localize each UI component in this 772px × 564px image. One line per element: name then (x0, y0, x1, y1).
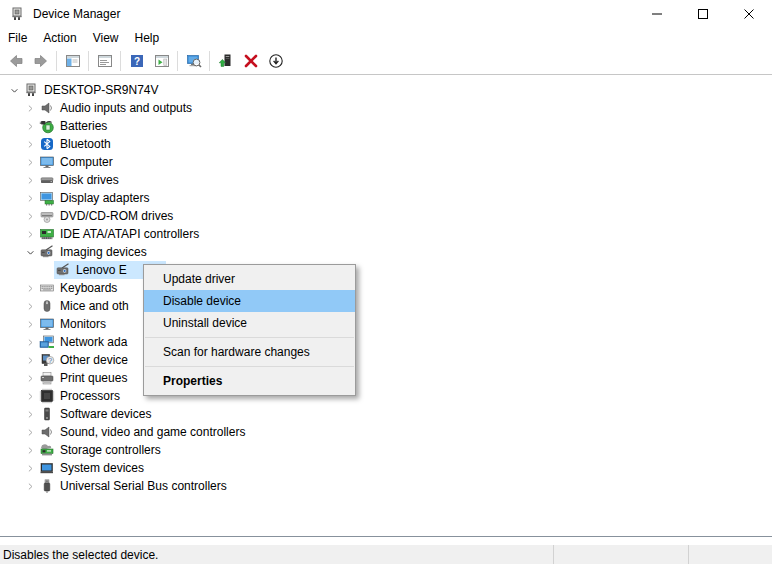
scan-hardware-button[interactable] (181, 49, 206, 73)
chevron-right-icon[interactable] (22, 154, 38, 170)
tree-row-content[interactable]: ?Other device (38, 351, 131, 369)
tree-row-content[interactable]: DESKTOP-SR9N74V (22, 81, 162, 99)
tree-label: IDE ATA/ATAPI controllers (60, 227, 199, 241)
tree-item-processors[interactable]: Processors (0, 387, 772, 405)
tree-item-batteries[interactable]: Batteries (0, 117, 772, 135)
chevron-right-icon[interactable] (22, 424, 38, 440)
tree-label: DESKTOP-SR9N74V (44, 83, 159, 97)
tree-item-disk-drives[interactable]: Disk drives (0, 171, 772, 189)
update-driver-button[interactable] (213, 49, 238, 73)
tree-item-sound-video-and-game-controllers[interactable]: Sound, video and game controllers (0, 423, 772, 441)
tree-item-network-ada[interactable]: Network ada (0, 333, 772, 351)
minimize-button[interactable] (634, 0, 680, 28)
context-menu-item-uninstall-device[interactable]: Uninstall device (144, 312, 355, 334)
tree-row-content[interactable]: Processors (38, 387, 123, 405)
tree-row-content[interactable]: Audio inputs and outputs (38, 99, 195, 117)
chevron-right-icon[interactable] (22, 136, 38, 152)
console-tree-button[interactable] (60, 49, 85, 73)
tree-item-dvd-cd-rom-drives[interactable]: DVD/CD-ROM drives (0, 207, 772, 225)
window-controls (634, 0, 772, 28)
help-button[interactable]: ? (124, 49, 149, 73)
tree-item-ide-ata-atapi-controllers[interactable]: IDE ATA/ATAPI controllers (0, 225, 772, 243)
tree-row-content[interactable]: Software devices (38, 405, 154, 423)
tree-row-content[interactable]: System devices (38, 459, 147, 477)
chevron-right-icon[interactable] (22, 478, 38, 494)
tree-item-audio-inputs-and-outputs[interactable]: Audio inputs and outputs (0, 99, 772, 117)
chevron-right-icon[interactable] (22, 442, 38, 458)
status-text: Disables the selected device. (3, 548, 158, 562)
chevron-right-icon[interactable] (22, 208, 38, 224)
tree-item-keyboards[interactable]: Keyboards (0, 279, 772, 297)
forward-arrow-button[interactable] (28, 49, 53, 73)
tree-label: Imaging devices (60, 245, 147, 259)
tree-row-content[interactable]: DVD/CD-ROM drives (38, 207, 176, 225)
tree-item-universal-serial-bus-controllers[interactable]: Universal Serial Bus controllers (0, 477, 772, 495)
tree-item-storage-controllers[interactable]: Storage controllers (0, 441, 772, 459)
chevron-right-icon[interactable] (22, 406, 38, 422)
tree-row-content[interactable]: Mice and oth (38, 297, 132, 315)
tree-item-display-adapters[interactable]: Display adapters (0, 189, 772, 207)
tree-item-bluetooth[interactable]: Bluetooth (0, 135, 772, 153)
tree-item-mice-and-oth[interactable]: Mice and oth (0, 297, 772, 315)
tree-row-content[interactable]: Network ada (38, 333, 130, 351)
toolbar-separator (88, 51, 89, 71)
chevron-right-icon[interactable] (22, 100, 38, 116)
menu-action[interactable]: Action (35, 29, 84, 48)
imaging-device-icon (39, 244, 55, 260)
context-menu-item-properties[interactable]: Properties (144, 370, 355, 392)
tree-item-computer[interactable]: Computer (0, 153, 772, 171)
chevron-right-icon[interactable] (22, 334, 38, 350)
tree-row-content[interactable]: Keyboards (38, 279, 120, 297)
chevron-right-icon[interactable] (22, 460, 38, 476)
context-menu-item-update-driver[interactable]: Update driver (144, 268, 355, 290)
tree-row-content[interactable]: Computer (38, 153, 116, 171)
menu-view[interactable]: View (85, 29, 127, 48)
chevron-right-icon[interactable] (22, 352, 38, 368)
properties-button[interactable] (92, 49, 117, 73)
chevron-right-icon[interactable] (22, 172, 38, 188)
context-menu-item-scan-for-hardware-changes[interactable]: Scan for hardware changes (144, 341, 355, 363)
disable-button[interactable] (263, 49, 288, 73)
chevron-right-icon[interactable] (22, 190, 38, 206)
tree-item-monitors[interactable]: Monitors (0, 315, 772, 333)
maximize-button[interactable] (680, 0, 726, 28)
chevron-right-icon[interactable] (22, 280, 38, 296)
tree-item-print-queues[interactable]: Print queues (0, 369, 772, 387)
tree-item-system-devices[interactable]: System devices (0, 459, 772, 477)
tree-row-content[interactable]: IDE ATA/ATAPI controllers (38, 225, 202, 243)
tree-row-content[interactable]: Disk drives (38, 171, 122, 189)
tree-row-content[interactable]: Display adapters (38, 189, 152, 207)
tree-item-desktop-sr9n74v[interactable]: DESKTOP-SR9N74V (0, 81, 772, 99)
chevron-right-icon[interactable] (22, 298, 38, 314)
context-menu-item-disable-device[interactable]: Disable device (144, 290, 355, 312)
tree-row-content[interactable]: Imaging devices (38, 243, 150, 261)
back-arrow-button[interactable] (3, 49, 28, 73)
battery-icon (39, 118, 55, 134)
tree-item-imaging-devices[interactable]: Imaging devices (0, 243, 772, 261)
chevron-down-icon[interactable] (6, 82, 22, 98)
action-pane-button[interactable] (149, 49, 174, 73)
tree-item-lenovo-e[interactable]: Lenovo E (0, 261, 772, 279)
scan-hardware-icon (186, 53, 202, 69)
tree-item-software-devices[interactable]: Software devices (0, 405, 772, 423)
chevron-right-icon[interactable] (22, 388, 38, 404)
tree-row-content[interactable]: Sound, video and game controllers (38, 423, 248, 441)
tree-row-content[interactable]: Batteries (38, 117, 110, 135)
close-button[interactable] (726, 0, 772, 28)
menu-file[interactable]: File (0, 29, 35, 48)
title-bar: Device Manager (0, 0, 772, 28)
tree-item-other-device[interactable]: ?Other device (0, 351, 772, 369)
tree-row-content[interactable]: Print queues (38, 369, 130, 387)
chevron-down-icon[interactable] (22, 244, 38, 260)
tree-row-content[interactable]: Storage controllers (38, 441, 164, 459)
device-manager-window: Device Manager FileActionViewHelp ? DESK… (0, 0, 772, 564)
tree-row-content[interactable]: Universal Serial Bus controllers (38, 477, 230, 495)
chevron-right-icon[interactable] (22, 316, 38, 332)
chevron-right-icon[interactable] (22, 226, 38, 242)
chevron-right-icon[interactable] (22, 118, 38, 134)
uninstall-button[interactable] (238, 49, 263, 73)
tree-row-content[interactable]: Monitors (38, 315, 109, 333)
menu-help[interactable]: Help (127, 29, 168, 48)
chevron-right-icon[interactable] (22, 370, 38, 386)
tree-row-content[interactable]: Bluetooth (38, 135, 114, 153)
